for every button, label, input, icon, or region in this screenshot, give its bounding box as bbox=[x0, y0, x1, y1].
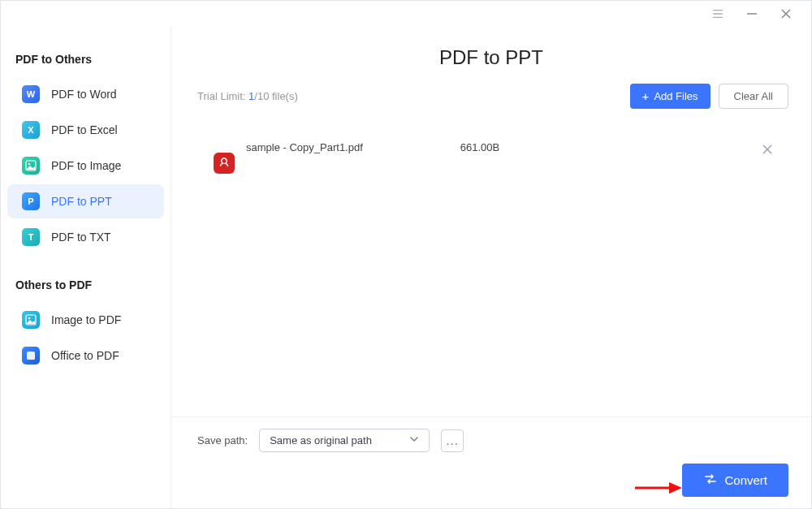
menu-icon[interactable] bbox=[712, 8, 723, 19]
sidebar-item-label: PDF to PPT bbox=[51, 195, 112, 208]
close-icon[interactable] bbox=[780, 8, 792, 19]
file-row: sample - Copy_Part1.pdf 661.00B bbox=[197, 127, 788, 187]
convert-row: Convert bbox=[197, 464, 788, 497]
pdf-file-icon bbox=[207, 146, 241, 180]
image-icon bbox=[22, 157, 40, 175]
save-path-select[interactable]: Same as original path bbox=[259, 429, 430, 452]
sidebar-item-pdf-to-txt[interactable]: T PDF to TXT bbox=[7, 220, 164, 254]
sidebar-item-label: PDF to Excel bbox=[51, 123, 118, 136]
file-list: sample - Copy_Part1.pdf 661.00B bbox=[171, 119, 811, 416]
ppt-icon: P bbox=[22, 192, 40, 210]
chevron-down-icon bbox=[409, 434, 419, 446]
sidebar-item-label: PDF to Word bbox=[51, 88, 117, 101]
save-path-value: Same as original path bbox=[270, 434, 372, 446]
save-path-row: Save path: Same as original path ... bbox=[197, 429, 788, 452]
convert-button[interactable]: Convert bbox=[682, 464, 788, 497]
file-size: 661.00B bbox=[460, 141, 499, 153]
titlebar bbox=[1, 1, 811, 27]
sidebar-item-label: PDF to Image bbox=[51, 159, 121, 172]
content-area: PDF to Others W PDF to Word X PDF to Exc… bbox=[1, 27, 811, 508]
add-files-button[interactable]: + Add Files bbox=[630, 84, 710, 109]
save-path-label: Save path: bbox=[197, 434, 248, 446]
excel-icon: X bbox=[22, 121, 40, 139]
sidebar-item-label: Office to PDF bbox=[51, 349, 119, 362]
trial-limit-label: Trial Limit: 1/10 file(s) bbox=[197, 90, 298, 102]
image-icon bbox=[22, 311, 40, 329]
convert-label: Convert bbox=[724, 473, 767, 487]
svg-point-4 bbox=[28, 163, 31, 166]
toolbar: Trial Limit: 1/10 file(s) + Add Files Cl… bbox=[171, 84, 811, 119]
plus-icon: + bbox=[642, 90, 650, 102]
sidebar-item-image-to-pdf[interactable]: Image to PDF bbox=[7, 303, 164, 337]
svg-point-6 bbox=[28, 317, 31, 320]
convert-icon bbox=[703, 472, 718, 489]
remove-file-button[interactable] bbox=[756, 138, 779, 161]
sidebar-item-label: Image to PDF bbox=[51, 313, 121, 326]
sidebar-item-pdf-to-excel[interactable]: X PDF to Excel bbox=[7, 113, 164, 147]
clear-all-label: Clear All bbox=[734, 90, 773, 102]
sidebar-section-pdf-to-others: PDF to Others bbox=[1, 40, 171, 75]
txt-icon: T bbox=[22, 228, 40, 246]
word-icon: W bbox=[22, 85, 40, 103]
sidebar-section-others-to-pdf: Others to PDF bbox=[1, 256, 171, 301]
app-window: PDF to Others W PDF to Word X PDF to Exc… bbox=[0, 0, 812, 509]
office-icon bbox=[22, 347, 40, 364]
page-title: PDF to PPT bbox=[171, 27, 811, 84]
clear-all-button[interactable]: Clear All bbox=[719, 84, 788, 109]
file-info: sample - Copy_Part1.pdf 661.00B bbox=[241, 138, 756, 153]
sidebar-item-pdf-to-image[interactable]: PDF to Image bbox=[7, 149, 164, 183]
file-name: sample - Copy_Part1.pdf bbox=[246, 141, 363, 153]
sidebar-item-office-to-pdf[interactable]: Office to PDF bbox=[7, 339, 164, 373]
bottom-bar: Save path: Same as original path ... bbox=[171, 416, 811, 508]
add-files-label: Add Files bbox=[654, 90, 698, 102]
sidebar-item-pdf-to-word[interactable]: W PDF to Word bbox=[7, 77, 164, 111]
main-panel: PDF to PPT Trial Limit: 1/10 file(s) + A… bbox=[171, 27, 811, 508]
browse-button[interactable]: ... bbox=[441, 429, 464, 452]
sidebar-item-pdf-to-ppt[interactable]: P PDF to PPT bbox=[7, 184, 164, 218]
svg-rect-7 bbox=[27, 352, 35, 360]
minimize-icon[interactable] bbox=[746, 8, 758, 19]
sidebar: PDF to Others W PDF to Word X PDF to Exc… bbox=[1, 27, 171, 508]
sidebar-item-label: PDF to TXT bbox=[51, 231, 111, 244]
